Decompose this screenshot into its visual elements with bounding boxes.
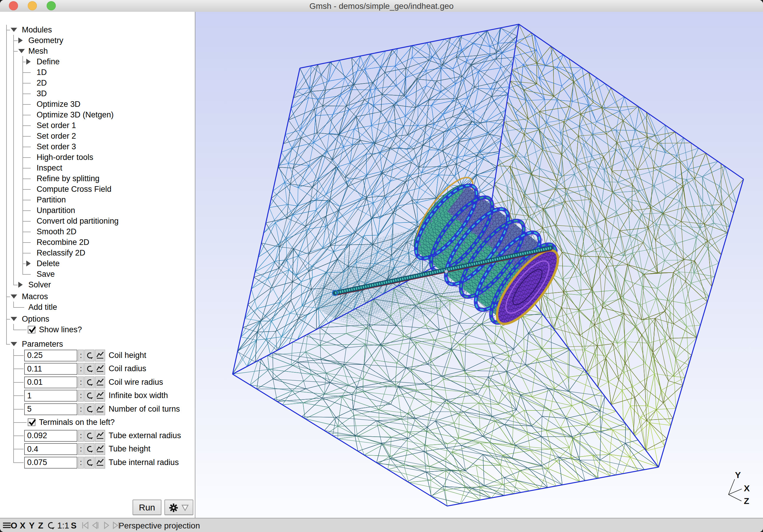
tree-item-label[interactable]: Partition [37, 195, 66, 204]
param-input[interactable] [24, 457, 77, 469]
tree-item-label[interactable]: Set order 2 [37, 132, 76, 141]
tree-toggle-expanded[interactable] [18, 49, 25, 53]
origin-button[interactable]: O [11, 521, 17, 531]
run-button[interactable]: Run [133, 499, 162, 515]
tree-item-label[interactable]: Geometry [28, 36, 63, 45]
tree-item-label[interactable]: Modules [22, 25, 52, 35]
param-input[interactable] [24, 350, 77, 362]
param-colon: : [78, 350, 84, 362]
tree-connector [23, 264, 26, 264]
scale-1-1-button[interactable]: 1:1 [57, 521, 69, 531]
chart-icon[interactable] [95, 457, 105, 469]
tree-item-label[interactable]: Inspect [37, 163, 62, 172]
tree-toggle-collapsed[interactable] [18, 282, 23, 288]
tree-toggle-collapsed[interactable] [26, 261, 31, 266]
refresh-icon[interactable] [84, 376, 94, 388]
tree-item-label[interactable]: Recombine 2D [37, 238, 89, 247]
tree-item-label[interactable]: Reclassify 2D [37, 249, 85, 258]
refresh-icon[interactable] [84, 430, 94, 442]
param-input[interactable] [24, 363, 77, 375]
tree-toggle-collapsed[interactable] [18, 38, 23, 44]
chart-icon[interactable] [95, 443, 105, 455]
tree-item-label[interactable]: Define [37, 57, 59, 66]
chart-icon[interactable] [95, 376, 105, 388]
refresh-icon[interactable] [84, 403, 94, 415]
param-label: Coil height [109, 351, 147, 360]
tree-connector [13, 51, 18, 52]
tree-connector [23, 157, 31, 158]
tree-item-label[interactable]: 1D [37, 68, 47, 77]
tree-connector [6, 344, 10, 345]
tree-item-label[interactable]: High-order tools [37, 153, 93, 162]
tree-item-label[interactable]: Set order 3 [37, 142, 76, 152]
y-view-button[interactable]: Y [29, 521, 35, 531]
checkbox-label[interactable]: Terminals on the left? [39, 418, 115, 427]
solver-options-button[interactable] [164, 499, 193, 515]
window-title: Gmsh - demos/simple_geo/indheat.geo [0, 1, 763, 11]
tree-item-label[interactable]: 2D [37, 78, 47, 88]
tree-toggle-expanded[interactable] [11, 342, 17, 346]
tree-item-label[interactable]: Optimize 3D [37, 100, 80, 109]
hamburger-icon[interactable] [2, 520, 11, 531]
tree-item-label[interactable]: Macros [22, 292, 48, 301]
tree-item-label[interactable]: Solver [28, 280, 51, 289]
play-icon[interactable] [102, 520, 112, 532]
tree-item-label[interactable]: Set order 1 [37, 121, 76, 130]
tree-item-label[interactable]: Optimize 3D (Netgen) [37, 110, 114, 120]
chart-icon[interactable] [95, 390, 105, 402]
tree-connector [6, 296, 10, 297]
rotate-icon[interactable] [46, 520, 55, 532]
param-input[interactable] [24, 430, 77, 442]
chart-icon[interactable] [95, 403, 105, 415]
tree-item-label[interactable]: Compute Cross Field [37, 185, 112, 194]
refresh-icon[interactable] [84, 350, 94, 362]
checkbox[interactable] [28, 418, 36, 426]
tree-toggle-expanded[interactable] [11, 294, 17, 299]
skip-start-icon[interactable] [80, 520, 90, 532]
tree-item-label[interactable]: Convert old partitioning [37, 217, 119, 226]
param-input[interactable] [24, 376, 77, 388]
tree-connector [23, 93, 31, 94]
tree-connector [23, 242, 31, 243]
checkbox[interactable] [28, 326, 36, 333]
chart-icon[interactable] [95, 350, 105, 362]
axis-z-label: Z [744, 496, 749, 506]
tree-connector [23, 168, 31, 168]
refresh-icon[interactable] [84, 443, 94, 455]
param-input[interactable] [24, 403, 77, 415]
tree-connector [13, 301, 14, 307]
tree-item-label[interactable]: 3D [37, 89, 47, 98]
tree-toggle-collapsed[interactable] [26, 59, 31, 64]
checkbox-label[interactable]: Show lines? [39, 325, 82, 334]
refresh-icon[interactable] [84, 390, 94, 402]
tree-connector [23, 115, 31, 115]
tree-item-label[interactable]: Mesh [28, 47, 48, 56]
tree-toggle-expanded[interactable] [11, 28, 17, 32]
tree-item-label[interactable]: Smooth 2D [37, 227, 76, 236]
tree-item-label[interactable]: Save [37, 270, 55, 279]
x-view-button[interactable]: X [20, 521, 25, 531]
tree-connector [13, 349, 14, 463]
step-back-icon[interactable] [90, 520, 100, 532]
tree-item-label[interactable]: Options [22, 315, 49, 324]
param-input[interactable] [24, 443, 77, 455]
snap-button[interactable]: S [71, 521, 76, 531]
tree-toggle-expanded[interactable] [11, 317, 17, 321]
refresh-icon[interactable] [84, 363, 94, 375]
z-view-button[interactable]: Z [38, 521, 44, 531]
chart-icon[interactable] [95, 363, 105, 375]
chart-icon[interactable] [95, 430, 105, 442]
tree-item-label[interactable]: Refine by splitting [37, 174, 99, 183]
viewport-3d[interactable]: Y X Z [195, 12, 763, 518]
tree-item-label[interactable]: Unpartition [37, 206, 75, 215]
tree-connector [13, 41, 18, 41]
tree-connector [13, 355, 24, 356]
tree-connector [23, 189, 31, 190]
tree-item-label[interactable]: Delete [37, 259, 59, 268]
status-bar: O X Y Z 1:1 S Perspective proj [0, 518, 763, 532]
tree-item-label[interactable]: Parameters [22, 340, 63, 349]
tree-connector [23, 253, 31, 254]
param-input[interactable] [24, 390, 77, 402]
refresh-icon[interactable] [84, 457, 94, 469]
tree-item-label[interactable]: Add title [28, 303, 57, 312]
